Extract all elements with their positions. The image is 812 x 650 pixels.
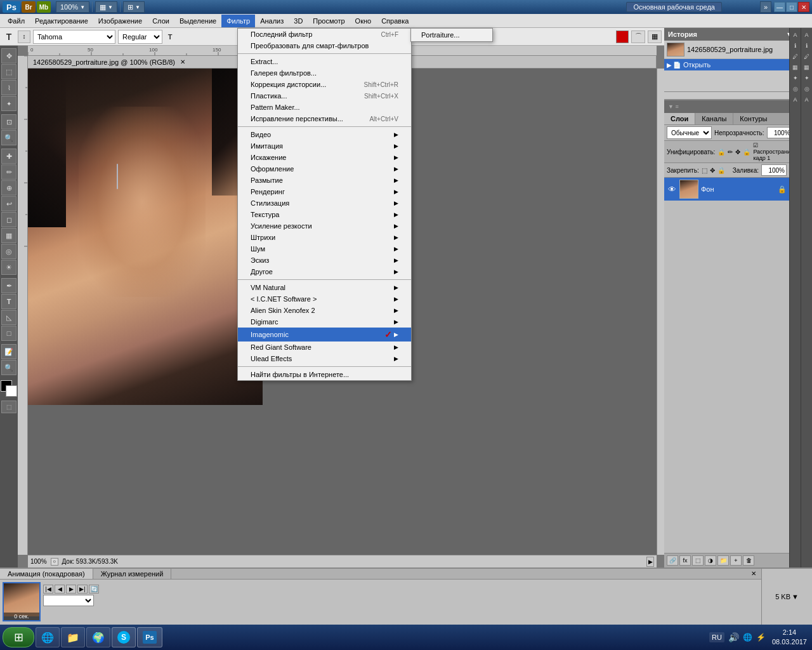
- right-icon-1[interactable]: A: [791, 30, 800, 39]
- filter-menu-blur[interactable]: Размытие▶: [238, 175, 411, 186]
- workspace-button[interactable]: Основная рабочая среда: [626, 2, 722, 12]
- menu-file[interactable]: Файл: [3, 15, 30, 27]
- info-dropdown-icon[interactable]: ▼: [792, 593, 799, 600]
- view-dropdown[interactable]: ⊞ ▼: [123, 1, 145, 13]
- filter-menu-icnet[interactable]: < I.C.NET Software >▶: [238, 293, 411, 305]
- history-item-0[interactable]: 1426580529_portraiture.jpg: [664, 41, 801, 59]
- layer-row-background[interactable]: 👁 Фон 🔒: [664, 178, 789, 201]
- quick-mask-btn[interactable]: ⬚: [1, 401, 16, 413]
- blur-tool[interactable]: ◎: [1, 244, 16, 259]
- rv-icon-4[interactable]: ▦: [802, 63, 811, 72]
- rv-icon-5[interactable]: ✦: [802, 74, 811, 83]
- fill-input[interactable]: [761, 164, 787, 176]
- anim-loop-btn[interactable]: 🔄: [89, 585, 99, 594]
- mini-bridge-icon[interactable]: Mb: [37, 1, 51, 13]
- notes-tool[interactable]: 📝: [1, 344, 16, 359]
- canvas-close-icon[interactable]: ✕: [180, 58, 185, 65]
- font-style-select[interactable]: Regular: [118, 30, 162, 44]
- zoom-dropdown[interactable]: 100% ▼: [56, 1, 89, 13]
- menu-image[interactable]: Изображение: [93, 15, 147, 27]
- layer-group-btn[interactable]: 📁: [717, 555, 729, 566]
- right-icon-6[interactable]: ◎: [791, 84, 800, 93]
- rv-icon-7[interactable]: A: [802, 95, 811, 104]
- anim-step-back-btn[interactable]: ◀: [55, 585, 65, 594]
- layer-visibility-eye[interactable]: 👁: [667, 184, 677, 194]
- lock-pixel-btn[interactable]: ⬚: [702, 167, 707, 174]
- layer-mask-btn[interactable]: ⬚: [692, 555, 704, 566]
- heal-tool[interactable]: ✚: [1, 149, 16, 164]
- scrollbar-vertical[interactable]: [657, 69, 664, 555]
- anim-step-fwd-btn[interactable]: ▶|: [77, 585, 88, 594]
- layer-adjust-btn[interactable]: ◑: [705, 555, 716, 566]
- brush-tool[interactable]: ✏: [1, 164, 16, 180]
- filter-menu-smart[interactable]: Преобразовать для смарт-фильтров: [238, 40, 411, 51]
- zoom-tool[interactable]: 🔍: [1, 360, 16, 375]
- right-icon-7[interactable]: A: [791, 95, 800, 104]
- type-color-swatch[interactable]: [616, 30, 629, 43]
- clock[interactable]: 2:14 08.03.2017: [769, 628, 809, 647]
- menu-filter[interactable]: Фильтр: [221, 15, 255, 27]
- anim-loop-select[interactable]: Постоянно: [43, 595, 94, 606]
- history-panel-scrollbar[interactable]: [664, 91, 801, 99]
- filter-menu-sharpen[interactable]: Усиление резкости▶: [238, 220, 411, 232]
- maximize-btn[interactable]: □: [786, 2, 797, 12]
- path-tool[interactable]: ◺: [1, 310, 16, 325]
- speaker-icon[interactable]: 🔊: [728, 632, 739, 642]
- history-item-1[interactable]: ▶ 📄 Открыть: [664, 59, 801, 70]
- filter-menu-ulead[interactable]: Ulead Effects▶: [238, 353, 411, 364]
- filter-menu-redgiant[interactable]: Red Giant Software▶: [238, 342, 411, 353]
- opacity-input[interactable]: [767, 127, 789, 138]
- zoom-indicator[interactable]: ○: [51, 558, 58, 566]
- layers-panel-header[interactable]: ▼ ≡: [664, 100, 789, 113]
- history-panel-header[interactable]: История ▼ ≡: [664, 28, 801, 41]
- orientation-btn[interactable]: ↕: [18, 30, 30, 43]
- filter-menu-imitation[interactable]: Имитация▶: [238, 140, 411, 152]
- right-icon-3[interactable]: 🖊: [791, 52, 800, 61]
- layers-tab-channels[interactable]: Каналы: [695, 113, 733, 124]
- filter-menu-perspective[interactable]: Исправление перспективы... Alt+Ctrl+V: [238, 113, 411, 124]
- animation-panel-close[interactable]: ✕: [746, 569, 761, 579]
- menu-analyze[interactable]: Анализ: [255, 15, 289, 27]
- layers-tab-layers[interactable]: Слои: [664, 113, 695, 124]
- animation-tab-measure[interactable]: Журнал измерений: [93, 569, 172, 579]
- lock-icon-4[interactable]: 🔒: [743, 149, 750, 156]
- menu-window[interactable]: Окно: [350, 15, 377, 27]
- lock-icon-3[interactable]: ✥: [735, 149, 740, 156]
- filter-menu-digimarc[interactable]: Digimarc▶: [238, 316, 411, 328]
- bridge-icon[interactable]: Br: [22, 1, 36, 13]
- blend-mode-select[interactable]: Обычные: [667, 126, 712, 139]
- filter-menu-distort[interactable]: Коррекция дисторсии... Shift+Ctrl+R: [238, 79, 411, 90]
- filter-menu-liquefy[interactable]: Пластика... Shift+Ctrl+X: [238, 90, 411, 102]
- taskbar-chrome-btn[interactable]: 🌍: [86, 627, 110, 647]
- layer-delete-btn[interactable]: 🗑: [743, 555, 754, 566]
- filter-menu-render[interactable]: Рендеринг▶: [238, 186, 411, 197]
- right-icon-5[interactable]: ✦: [791, 74, 800, 83]
- submenu-portraiture[interactable]: Portraiture...: [411, 29, 492, 41]
- animation-frame-1[interactable]: 0 сек.: [3, 582, 41, 621]
- filter-menu-vm[interactable]: VM Natural▶: [238, 282, 411, 293]
- filter-menu-last-filter[interactable]: Последний фильтр Ctrl+F: [238, 29, 411, 40]
- lock-icon-2[interactable]: ✏: [728, 149, 733, 156]
- menu-view[interactable]: Просмотр: [308, 15, 350, 27]
- filter-menu-find-online[interactable]: Найти фильтры в Интернете...: [238, 369, 411, 380]
- type-tool[interactable]: T: [1, 294, 16, 309]
- gradient-tool[interactable]: ▦: [1, 228, 16, 243]
- rv-icon-3[interactable]: 🖊: [802, 52, 811, 61]
- menu-help[interactable]: Справка: [376, 15, 414, 27]
- dodge-tool[interactable]: ☀: [1, 260, 16, 275]
- lock-pos-btn[interactable]: ✥: [710, 167, 715, 174]
- filter-menu-alien[interactable]: Alien Skin Xenofex 2▶: [238, 305, 411, 316]
- taskbar-ps-btn[interactable]: Ps: [137, 627, 162, 647]
- imagenomic-submenu[interactable]: Portraiture...: [410, 28, 493, 42]
- animation-tab-frame[interactable]: Анимация (покадровая): [0, 569, 93, 579]
- stamp-tool[interactable]: ⊕: [1, 180, 16, 196]
- power-icon[interactable]: ⚡: [756, 633, 766, 642]
- pen-tool[interactable]: ✒: [1, 278, 16, 293]
- filter-menu-pattern[interactable]: Pattern Maker...: [238, 102, 411, 113]
- filter-menu-design[interactable]: Оформление▶: [238, 163, 411, 175]
- palettes-btn[interactable]: ▦: [648, 30, 662, 43]
- history-brush-tool[interactable]: ↩: [1, 196, 16, 211]
- filter-menu-sketch[interactable]: Эскиз▶: [238, 255, 411, 266]
- layer-add-btn[interactable]: +: [730, 555, 742, 566]
- filter-dropdown-menu[interactable]: Последний фильтр Ctrl+F Преобразовать дл…: [237, 28, 412, 381]
